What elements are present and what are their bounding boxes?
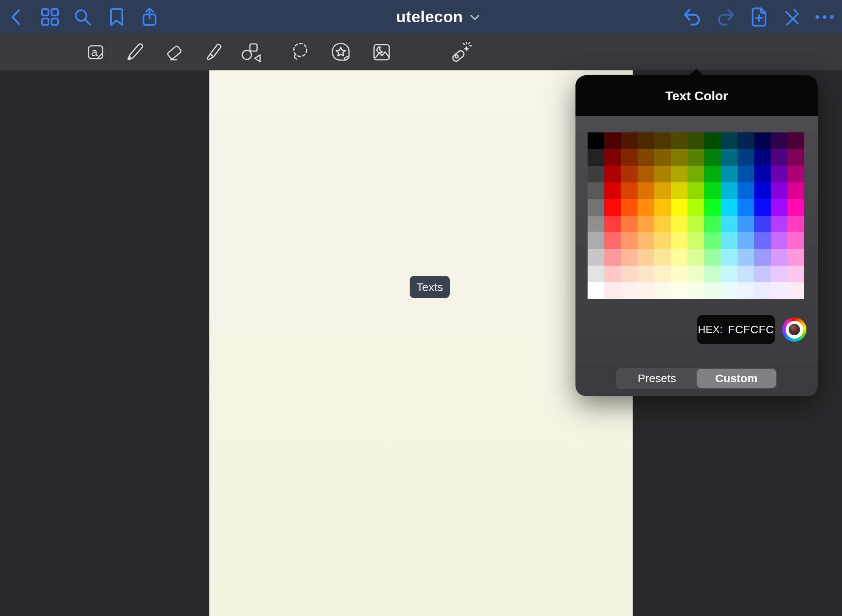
color-swatch[interactable] <box>588 166 604 182</box>
color-swatch[interactable] <box>621 199 638 216</box>
back-button[interactable] <box>8 7 25 27</box>
color-swatch[interactable] <box>721 149 738 166</box>
color-swatch[interactable] <box>721 232 738 249</box>
lasso-tool[interactable] <box>289 41 311 64</box>
redo-button[interactable] <box>716 8 736 26</box>
color-swatch[interactable] <box>787 166 804 182</box>
color-swatch[interactable] <box>671 149 688 166</box>
share-icon[interactable] <box>140 7 159 27</box>
color-swatch[interactable] <box>621 149 638 166</box>
color-swatch[interactable] <box>771 149 787 166</box>
color-wheel-button[interactable] <box>782 317 806 342</box>
color-swatch[interactable] <box>654 266 671 282</box>
color-swatch[interactable] <box>654 132 671 149</box>
undo-button[interactable] <box>682 8 702 26</box>
color-swatch[interactable] <box>738 182 754 199</box>
pen-tool[interactable] <box>125 42 146 63</box>
color-swatch[interactable] <box>754 132 771 149</box>
color-swatch[interactable] <box>738 132 754 149</box>
color-swatch[interactable] <box>588 199 604 216</box>
color-swatch[interactable] <box>604 266 621 282</box>
color-swatch[interactable] <box>604 132 621 149</box>
color-swatch[interactable] <box>787 266 804 282</box>
color-swatch[interactable] <box>721 132 738 149</box>
color-swatch[interactable] <box>671 132 688 149</box>
color-swatch[interactable] <box>604 199 621 216</box>
color-swatch[interactable] <box>638 232 654 249</box>
text-object[interactable]: Texts <box>410 276 450 298</box>
hex-input[interactable]: HEX: FCFCFC <box>697 315 775 344</box>
color-swatch[interactable] <box>787 182 804 199</box>
document-title[interactable]: utelecon <box>396 0 480 34</box>
color-swatch[interactable] <box>787 282 804 299</box>
color-swatch[interactable] <box>771 282 787 299</box>
color-swatch[interactable] <box>604 182 621 199</box>
color-swatch[interactable] <box>688 166 704 182</box>
color-swatch[interactable] <box>638 166 654 182</box>
color-swatch[interactable] <box>771 199 787 216</box>
color-swatch[interactable] <box>638 282 654 299</box>
color-swatch[interactable] <box>704 249 721 266</box>
tab-custom[interactable]: Custom <box>697 369 776 388</box>
color-swatch[interactable] <box>588 232 604 249</box>
image-tool[interactable] <box>371 42 392 63</box>
color-swatch[interactable] <box>754 249 771 266</box>
color-swatch[interactable] <box>721 249 738 266</box>
color-swatch[interactable] <box>638 132 654 149</box>
color-swatch[interactable] <box>588 216 604 232</box>
color-swatch[interactable] <box>638 216 654 232</box>
shapes-tool[interactable] <box>240 41 263 63</box>
color-swatch[interactable] <box>688 199 704 216</box>
color-swatch[interactable] <box>671 182 688 199</box>
color-swatch[interactable] <box>771 216 787 232</box>
zoom-window-tool[interactable]: a <box>85 42 106 63</box>
stickers-tool[interactable] <box>329 42 352 63</box>
color-swatch[interactable] <box>771 266 787 282</box>
color-swatch[interactable] <box>638 249 654 266</box>
color-swatch[interactable] <box>688 266 704 282</box>
color-swatch[interactable] <box>671 266 688 282</box>
color-swatch[interactable] <box>704 266 721 282</box>
color-swatch[interactable] <box>654 199 671 216</box>
color-swatch[interactable] <box>621 232 638 249</box>
color-swatch[interactable] <box>688 149 704 166</box>
color-swatch[interactable] <box>654 166 671 182</box>
color-swatch[interactable] <box>588 132 604 149</box>
color-swatch[interactable] <box>787 232 804 249</box>
color-swatch[interactable] <box>738 216 754 232</box>
color-swatch[interactable] <box>771 166 787 182</box>
color-swatch[interactable] <box>688 182 704 199</box>
color-swatch[interactable] <box>604 149 621 166</box>
color-swatch[interactable] <box>621 266 638 282</box>
color-swatch[interactable] <box>721 216 738 232</box>
color-swatch[interactable] <box>588 282 604 299</box>
color-swatch[interactable] <box>621 132 638 149</box>
color-swatch[interactable] <box>704 282 721 299</box>
color-swatch[interactable] <box>688 282 704 299</box>
color-swatch[interactable] <box>671 216 688 232</box>
color-swatch[interactable] <box>754 266 771 282</box>
color-swatch[interactable] <box>704 132 721 149</box>
color-swatch[interactable] <box>621 282 638 299</box>
color-swatch[interactable] <box>721 282 738 299</box>
color-swatch[interactable] <box>688 132 704 149</box>
color-swatch[interactable] <box>754 182 771 199</box>
color-swatch[interactable] <box>688 249 704 266</box>
color-swatch[interactable] <box>671 232 688 249</box>
color-swatch[interactable] <box>688 216 704 232</box>
color-swatch[interactable] <box>671 282 688 299</box>
color-swatch[interactable] <box>738 266 754 282</box>
color-swatch[interactable] <box>771 249 787 266</box>
color-swatch[interactable] <box>654 182 671 199</box>
color-swatch[interactable] <box>738 199 754 216</box>
color-swatch[interactable] <box>604 282 621 299</box>
color-swatch[interactable] <box>671 199 688 216</box>
color-swatch[interactable] <box>771 132 787 149</box>
color-swatch[interactable] <box>654 232 671 249</box>
color-swatch[interactable] <box>604 232 621 249</box>
color-swatch[interactable] <box>704 216 721 232</box>
color-swatch[interactable] <box>638 149 654 166</box>
color-swatch[interactable] <box>721 166 738 182</box>
color-swatch[interactable] <box>588 249 604 266</box>
color-swatch[interactable] <box>754 232 771 249</box>
